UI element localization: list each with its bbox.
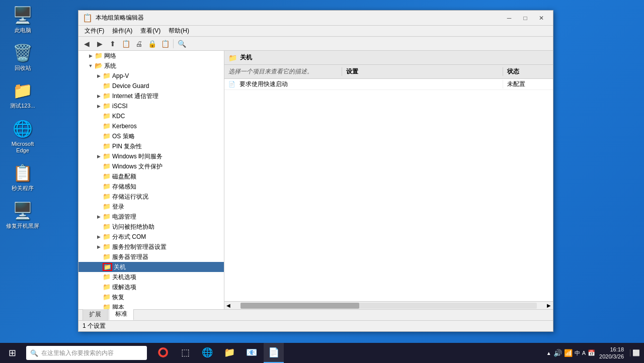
- taskbar-notepad[interactable]: 📄: [264, 343, 284, 363]
- tree-item-power[interactable]: ▶ 📁 电源管理: [78, 212, 224, 222]
- desktop-icon-edge[interactable]: 🌐 MicrosoftEdge: [5, 119, 40, 154]
- search-placeholder: 在这里输入你要搜索的内容: [41, 349, 114, 357]
- expand-iscsi[interactable]: ▶: [95, 102, 103, 110]
- expand-windowstime[interactable]: ▶: [95, 152, 103, 160]
- tree-item-svcmgr[interactable]: ▶ 📁 服务器管理器: [78, 252, 224, 262]
- expand-internet[interactable]: ▶: [95, 92, 103, 100]
- desktop-icon-restore[interactable]: 🖥️ 修复开机黑屏: [5, 201, 40, 229]
- menu-action[interactable]: 操作(A): [108, 26, 136, 36]
- tree-item-windowsfile[interactable]: ▶ 📁 Windows 文件保护: [78, 161, 224, 171]
- taskbar-explorer[interactable]: 📁: [219, 343, 239, 363]
- expand-network[interactable]: ▶: [87, 52, 95, 60]
- taskbar-email[interactable]: 📧: [242, 343, 262, 363]
- tree-label-pincomplex: PIN 复杂性: [112, 142, 142, 151]
- tree-label-network: 网络: [104, 52, 116, 60]
- tree-item-system[interactable]: ▼ 📂 系统: [78, 61, 224, 71]
- desktop-icon-folder[interactable]: 📁 测试123...: [5, 80, 40, 109]
- tree-item-kerberos[interactable]: ▶ 📁 Kerberos: [78, 121, 224, 131]
- calendar-icon[interactable]: 📅: [588, 349, 595, 356]
- tab-standard[interactable]: 标准: [109, 308, 134, 320]
- tree-item-login[interactable]: ▶ 📁 登录: [78, 202, 224, 212]
- scroll-thumb[interactable]: [240, 303, 359, 309]
- minimize-button[interactable]: ─: [502, 13, 517, 23]
- taskbar-taskview[interactable]: ⬚: [175, 343, 195, 363]
- expand-svcctl[interactable]: ▶: [95, 243, 103, 251]
- tree-item-storerun[interactable]: ▶ 📁 存储运行状况: [78, 192, 224, 202]
- tree-item-pincomplex[interactable]: ▶ 📁 PIN 复杂性: [78, 141, 224, 151]
- policy-row-fastboot[interactable]: 📄 要求使用快速启动 未配置: [224, 79, 553, 90]
- edge-label: MicrosoftEdge: [12, 141, 34, 154]
- menu-file[interactable]: 文件(F): [80, 26, 108, 36]
- right-panel: 📁 关机 选择一个项目来查看它的描述。 设置 状态 📄 要求使用快速启动 未配置: [224, 51, 553, 309]
- clock[interactable]: 16:18 2020/3/26: [599, 346, 624, 360]
- tree-item-troubleshoot[interactable]: ▶ 📁 缓解选项: [78, 282, 224, 292]
- menu-view[interactable]: 查看(V): [136, 26, 165, 36]
- start-button[interactable]: ⊞: [0, 343, 24, 363]
- app-icon: 📋: [13, 163, 33, 183]
- recycle-label: 回收站: [15, 65, 31, 71]
- filter-button[interactable]: 🔍: [176, 38, 188, 49]
- print-button[interactable]: 🖨: [133, 38, 145, 49]
- tree-label-windowsfile: Windows 文件保护: [112, 162, 163, 171]
- desktop-icon-recycle[interactable]: 🗑️ 回收站: [5, 43, 40, 71]
- tree-label-internet: Internet 通信管理: [112, 92, 158, 101]
- show-desktop-icon[interactable]: ⬜: [630, 349, 640, 356]
- right-scrollbar[interactable]: ◀ ▶: [224, 301, 553, 309]
- tree-item-windowstime[interactable]: ▶ 📁 Windows 时间服务: [78, 151, 224, 161]
- tree-item-appv[interactable]: ▶ 📁 App-V: [78, 71, 224, 81]
- show-hide-button[interactable]: 📋: [120, 38, 132, 49]
- search-bar[interactable]: 🔍 在这里输入你要搜索的内容: [26, 346, 147, 360]
- tree-item-shutdownopt[interactable]: ▶ 📁 关机选项: [78, 272, 224, 282]
- tree-label-shutdownopt: 关机选项: [112, 273, 136, 282]
- expand-power[interactable]: ▶: [95, 213, 103, 221]
- tree-item-access[interactable]: ▶ 📁 访问被拒绝协助: [78, 222, 224, 232]
- tab-expand[interactable]: 扩展: [83, 308, 108, 320]
- tree-item-distcom[interactable]: ▶ 📁 分布式 COM: [78, 232, 224, 242]
- tree-item-diskconfig[interactable]: ▶ 📁 磁盘配额: [78, 171, 224, 182]
- arrow-up-icon[interactable]: ▲: [546, 350, 551, 356]
- window-controls: ─ □ ✕: [502, 13, 549, 23]
- taskbar-apps: ⭕ ⬚ 🌐 📁 📧 📄: [153, 343, 284, 363]
- tree-item-script[interactable]: ▶ 📁 脚本: [78, 302, 224, 309]
- desktop-icon-computer[interactable]: 🖥️ 此电脑: [5, 5, 40, 34]
- tree-item-kdc[interactable]: ▶ 📁 KDC: [78, 111, 224, 121]
- scroll-right-btn[interactable]: ▶: [545, 303, 553, 308]
- view-button[interactable]: 📋: [159, 38, 171, 49]
- menu-bar: 文件(F) 操作(A) 查看(V) 帮助(H): [78, 26, 553, 37]
- back-button[interactable]: ◀: [80, 38, 93, 49]
- tree-item-shutdown[interactable]: ▶ 📁 关机: [78, 262, 224, 272]
- scroll-left-btn[interactable]: ◀: [224, 303, 232, 308]
- tree-item-deviceguard[interactable]: ▶ 📁 Device Guard: [78, 81, 224, 91]
- tree-item-internet[interactable]: ▶ 📁 Internet 通信管理: [78, 91, 224, 101]
- menu-help[interactable]: 帮助(H): [165, 26, 193, 36]
- forward-button[interactable]: ▶: [94, 38, 106, 49]
- speaker-icon[interactable]: 🔊: [553, 349, 562, 357]
- close-button[interactable]: ✕: [534, 13, 549, 23]
- desktop-icon-app[interactable]: 📋 秒关程序: [5, 163, 40, 192]
- tree-item-ospolicy[interactable]: ▶ 📁 OS 策略: [78, 131, 224, 141]
- tree-item-network[interactable]: ▶ 📁 网络: [78, 51, 224, 61]
- folder-troubleshoot-icon: 📁: [103, 283, 111, 291]
- tree-label-ospolicy: OS 策略: [112, 132, 135, 141]
- up-button[interactable]: ⬆: [107, 38, 119, 49]
- maximize-button[interactable]: □: [518, 13, 533, 23]
- recycle-icon: 🗑️: [13, 43, 33, 63]
- taskbar-edge[interactable]: 🌐: [197, 343, 217, 363]
- tree-item-svcctl[interactable]: ▶ 📁 服务控制管理器设置: [78, 242, 224, 252]
- tree-item-storehints[interactable]: ▶ 📁 存储感知: [78, 182, 224, 192]
- network-icon[interactable]: 📶: [564, 349, 573, 357]
- expand-appv[interactable]: ▶: [95, 72, 103, 80]
- taskbar-cortana[interactable]: ⭕: [153, 343, 173, 363]
- taskbar-right: ▲ 🔊 📶 中 A 📅 16:18 2020/3/26 ⬜: [546, 346, 644, 360]
- tree-label-storehints: 存储感知: [112, 183, 136, 191]
- expand-system[interactable]: ▼: [87, 62, 95, 70]
- folder-pincomplex-icon: 📁: [103, 142, 111, 150]
- folder-script-icon: 📁: [103, 303, 111, 309]
- lock-button[interactable]: 🔒: [146, 38, 158, 49]
- restore-icon: 🖥️: [13, 201, 33, 221]
- folder-deviceguard-icon: 📁: [103, 82, 111, 90]
- tree-item-restore[interactable]: ▶ 📁 恢复: [78, 292, 224, 302]
- folder-storerun-icon: 📁: [103, 193, 111, 201]
- tree-item-iscsi[interactable]: ▶ 📁 iSCSI: [78, 101, 224, 111]
- expand-distcom[interactable]: ▶: [95, 233, 103, 241]
